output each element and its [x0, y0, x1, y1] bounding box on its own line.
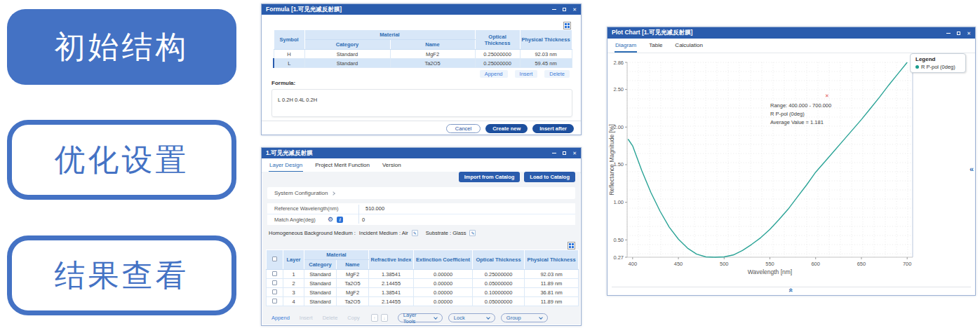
table-cell: Ta2O5 — [337, 279, 369, 288]
table-cell: Standard — [304, 59, 390, 68]
table-cell: 0.25000000 — [473, 270, 525, 279]
plot-window-titlebar[interactable]: Plot Chart [1.可见光减反射膜] ✕ — [608, 27, 975, 39]
table-cell: MgF2 — [337, 270, 369, 279]
append-link[interactable]: Append — [271, 315, 290, 321]
table-row[interactable]: HStandardMgF20.2500000092.03 nm — [274, 50, 572, 59]
minimize-icon[interactable] — [552, 9, 556, 10]
chart-legend[interactable]: Legend R P-pol (0deg) — [910, 53, 966, 73]
column-header-category[interactable]: Category — [304, 260, 337, 270]
edit-icon[interactable]: ✎ — [469, 230, 476, 236]
nav-button-label: 初始结构 — [55, 27, 189, 68]
annotation-close-icon[interactable]: ✕ — [825, 93, 829, 99]
table-cell: 0.10000000 — [473, 288, 525, 297]
insert-after-button[interactable]: Insert after — [532, 124, 574, 133]
tab-layer-design[interactable]: Layer Design — [269, 158, 303, 172]
append-link[interactable]: Append — [480, 70, 508, 78]
close-icon[interactable]: ✕ — [572, 7, 577, 12]
column-header-refractive-index[interactable]: Refractive Index — [369, 250, 414, 270]
insert-link[interactable]: Insert — [515, 70, 538, 78]
x-axis-label: Wavelength [nm] — [748, 268, 792, 275]
info-icon[interactable]: i — [337, 217, 343, 223]
column-header-optical-thickness[interactable]: Optical Thickness — [473, 250, 525, 270]
reference-wavelength-value[interactable]: 510.000 — [356, 205, 384, 212]
column-header-symbol[interactable]: Symbol — [274, 30, 304, 50]
table-row[interactable]: 1StandardMgF21.385410.000000.2500000092.… — [267, 270, 579, 279]
nav-button-view-results[interactable]: 结果查看 — [7, 235, 236, 315]
maximize-icon[interactable] — [957, 32, 960, 35]
close-icon[interactable]: ✕ — [572, 151, 577, 156]
system-configuration-bar[interactable]: System Configuration — [267, 187, 575, 199]
tab-table[interactable]: Table — [648, 39, 663, 53]
column-header-physical-thickness[interactable]: Physical Thickness — [520, 30, 572, 50]
row-checkbox[interactable] — [272, 280, 277, 285]
minimize-icon[interactable] — [552, 153, 556, 153]
table-cell: 11.89 nm — [525, 279, 579, 288]
load-to-catalog-button[interactable]: Load to Catalog — [524, 172, 575, 182]
table-row[interactable]: 3StandardMgF21.385410.000000.1000000036.… — [267, 288, 579, 297]
table-cell: H — [274, 50, 304, 59]
design-window-titlebar[interactable]: 1.可见光减反射膜 ✕ — [262, 148, 581, 158]
nav-button-optimization-settings[interactable]: 优化设置 — [7, 120, 236, 200]
close-icon[interactable]: ✕ — [967, 31, 971, 36]
table-cell: 3 — [283, 288, 304, 297]
window-title: 1.可见光减反射膜 — [266, 149, 552, 158]
column-header-layer[interactable]: Layer — [283, 250, 304, 270]
gear-icon[interactable]: ⚙ — [328, 217, 333, 223]
row-checkbox[interactable] — [272, 271, 277, 276]
lock-dropdown[interactable]: Lock — [448, 313, 495, 322]
legend-series-label: R P-pol (0deg) — [921, 64, 955, 70]
table-cell: MgF2 — [337, 288, 369, 297]
table-row[interactable]: 2StandardTa2O52.144550.000000.0500000011… — [267, 279, 579, 288]
tab-calculation[interactable]: Calculation — [674, 39, 704, 53]
create-new-button[interactable]: Create new — [485, 124, 528, 133]
background-medium-row: Homogeneous Background Medium : Incident… — [269, 230, 476, 236]
minimize-icon[interactable] — [946, 33, 951, 34]
column-header-name[interactable]: Name — [337, 260, 369, 270]
chevron-down-icon — [539, 315, 543, 320]
column-header-name[interactable]: Name — [390, 40, 475, 50]
maximize-icon[interactable] — [563, 151, 566, 155]
column-header-material[interactable]: Material — [304, 250, 369, 260]
column-header-material[interactable]: Material — [304, 30, 475, 40]
tab-version[interactable]: Version — [382, 158, 402, 172]
column-header-physical-thickness[interactable]: Physical Thickness — [525, 250, 579, 270]
copy-link[interactable]: Copy — [347, 315, 360, 321]
move-up-icon[interactable]: ↑ — [371, 314, 378, 322]
formula-table: Symbol Material Optical Thickness Physic… — [273, 29, 572, 68]
select-all-checkbox[interactable] — [272, 257, 277, 261]
row-checkbox[interactable] — [272, 289, 277, 294]
row-checkbox[interactable] — [272, 299, 277, 303]
chevron-down-icon — [434, 315, 438, 320]
collapse-left-icon[interactable]: « — [969, 165, 974, 173]
column-header-optical-thickness[interactable]: Optical Thickness — [475, 30, 520, 50]
background-medium-label: Homogeneous Background Medium : — [269, 230, 356, 236]
table-row[interactable]: 4StandardTa2O52.144550.000000.0500000011… — [267, 297, 579, 306]
group-dropdown[interactable]: Group — [501, 313, 548, 322]
table-row[interactable]: LStandardTa2O50.2500000059.45 nm — [274, 59, 572, 68]
edit-icon[interactable]: ✎ — [412, 230, 418, 236]
formula-window-titlebar[interactable]: Formula [1.可见光减反射膜] ✕ — [262, 4, 581, 15]
layer-tools-dropdown[interactable]: Layer Tools — [398, 313, 443, 322]
design-tabs: Layer Design Project Merit Function Vers… — [262, 158, 581, 173]
delete-link[interactable]: Delete — [544, 70, 570, 78]
svg-text:2.50: 2.50 — [613, 86, 624, 93]
delete-link[interactable]: Delete — [323, 315, 338, 321]
formula-input[interactable]: L 0.2H 0.4L 0.2H — [271, 89, 572, 117]
nav-button-initial-structure[interactable]: 初始结构 — [7, 9, 236, 85]
collapse-up-icon[interactable]: « — [787, 288, 796, 292]
match-angle-value[interactable]: 0 — [343, 217, 365, 223]
window-title: Plot Chart [1.可见光减反射膜] — [612, 29, 946, 37]
chevron-right-icon — [332, 191, 336, 196]
table-cell: 0.00000 — [414, 288, 473, 297]
system-configuration-label: System Configuration — [274, 190, 328, 196]
cancel-button[interactable]: Cancel — [446, 124, 481, 133]
move-down-icon[interactable]: ↓ — [381, 314, 388, 322]
column-header-category[interactable]: Category — [304, 40, 390, 50]
tab-project-merit-function[interactable]: Project Merit Function — [314, 158, 370, 172]
insert-link[interactable]: Insert — [300, 315, 313, 321]
maximize-icon[interactable] — [563, 8, 566, 11]
tab-diagram[interactable]: Diagram — [615, 39, 637, 53]
import-from-catalog-button[interactable]: Import from Catalog — [459, 172, 521, 182]
field-label: Reference Wavelength(nm) — [267, 205, 356, 212]
column-header-extinction-coefficient[interactable]: Extinction Coefficient — [414, 250, 473, 270]
